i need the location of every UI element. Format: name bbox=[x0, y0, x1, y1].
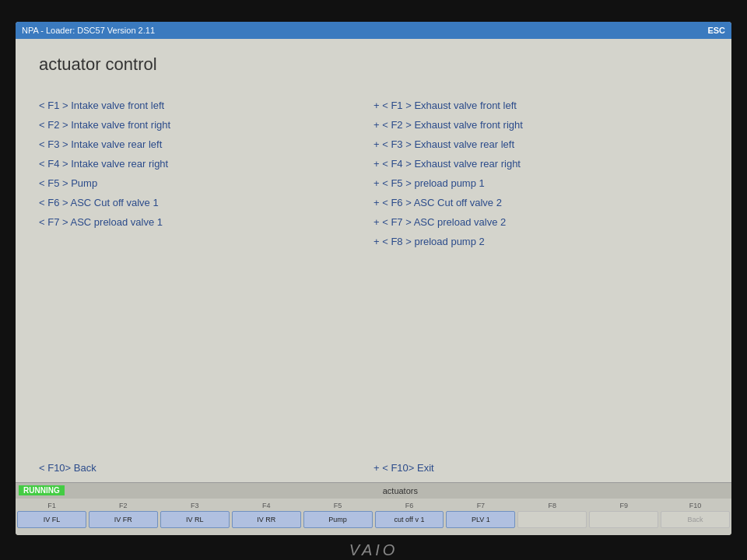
fkey-btn-f4[interactable]: IV RR bbox=[232, 511, 301, 528]
command-key: < F6 > bbox=[39, 197, 68, 208]
left-command-item: < F7 > ASC preload valve 1 bbox=[39, 215, 374, 229]
command-desc: Intake valve rear right bbox=[71, 158, 168, 170]
right-command-item: + < F6 > ASC Cut off valve 2 bbox=[374, 195, 708, 210]
fkey-num: F7 bbox=[477, 502, 486, 509]
back-right: + < F10> Exit bbox=[374, 460, 708, 474]
fkey-num: F10 bbox=[689, 502, 702, 509]
fkey-slot-f8: F8 bbox=[517, 502, 587, 532]
fkey-btn-f8[interactable] bbox=[517, 511, 587, 528]
fkey-num: F1 bbox=[47, 502, 56, 509]
command-desc: ASC Cut off valve 2 bbox=[414, 197, 502, 208]
command-key: < F4 > bbox=[39, 158, 68, 170]
fkey-num: F3 bbox=[191, 502, 199, 509]
fkey-buttons: F1IV FLF2IV FRF3IV RLF4IV RRF5PumpF6cut … bbox=[16, 499, 731, 535]
command-key: + < F3 > bbox=[374, 138, 412, 150]
command-key: < F3 > bbox=[39, 138, 68, 150]
right-command-item: + < F8 > preload pump 2 bbox=[374, 234, 708, 249]
left-commands: < F1 > Intake valve front left< F2 > Int… bbox=[39, 98, 374, 445]
right-command-item: + < F7 > ASC preload valve 2 bbox=[374, 215, 708, 229]
command-key: + < F4 > bbox=[374, 158, 412, 170]
title-bar: NPA - Loader: DSC57 Version 2.11 ESC bbox=[16, 22, 731, 39]
command-key: + < F7 > bbox=[374, 216, 412, 228]
command-desc: ASC preload valve 1 bbox=[70, 216, 163, 228]
right-commands: + < F1 > Exhaust valve front left + < F2… bbox=[374, 98, 708, 445]
command-key: < F7 > bbox=[39, 216, 68, 228]
command-key: + < F8 > bbox=[374, 236, 412, 247]
command-desc: ASC preload valve 2 bbox=[414, 216, 507, 228]
fkey-btn-f2[interactable]: IV FR bbox=[89, 511, 158, 528]
main-content: actuator control < F1 > Intake valve fro… bbox=[16, 39, 731, 482]
fkey-btn-f1[interactable]: IV FL bbox=[17, 511, 86, 528]
back-key-left: < F10> Back bbox=[39, 460, 96, 475]
fkey-num: F6 bbox=[405, 502, 414, 509]
command-desc: Intake valve front left bbox=[71, 100, 164, 111]
fkey-label-row: RUNNING actuators bbox=[16, 483, 731, 499]
command-desc: ASC Cut off valve 1 bbox=[70, 197, 158, 208]
left-command-item: < F1 > Intake valve front left bbox=[39, 98, 374, 113]
command-key: + < F5 > bbox=[374, 177, 412, 189]
command-key: < F1 > bbox=[39, 100, 68, 111]
fkey-slot-f3: F3IV RL bbox=[160, 502, 230, 532]
fkey-num: F4 bbox=[262, 502, 271, 509]
fkey-btn-f6[interactable]: cut off v 1 bbox=[375, 511, 444, 528]
command-desc: Exhaust valve front right bbox=[414, 119, 522, 131]
command-key: + < F6 > bbox=[374, 197, 412, 208]
commands-area: < F1 > Intake valve front left< F2 > Int… bbox=[39, 98, 708, 445]
command-desc: Intake valve rear left bbox=[71, 138, 162, 150]
page-title: actuator control bbox=[39, 54, 708, 75]
command-desc: preload pump 1 bbox=[414, 177, 484, 189]
fkey-slot-f4: F4IV RR bbox=[232, 502, 301, 532]
command-desc: Exhaust valve rear right bbox=[414, 158, 521, 170]
right-command-item: + < F1 > Exhaust valve front left bbox=[374, 98, 708, 113]
title-bar-close[interactable]: ESC bbox=[707, 26, 725, 35]
fkey-slot-f6: F6cut off v 1 bbox=[375, 502, 444, 532]
fkey-bar: RUNNING actuators F1IV FLF2IV FRF3IV RLF… bbox=[16, 482, 731, 535]
command-desc: Intake valve front right bbox=[71, 119, 170, 131]
fkey-slot-f10: F10Back bbox=[661, 502, 730, 532]
fkey-slot-f7: F7PLV 1 bbox=[446, 502, 515, 532]
command-desc: Exhaust valve front left bbox=[414, 100, 517, 111]
command-key: + < F1 > bbox=[374, 100, 412, 111]
command-desc: preload pump 2 bbox=[414, 236, 484, 247]
running-badge: RUNNING bbox=[19, 485, 65, 495]
fkey-btn-f5[interactable]: Pump bbox=[303, 511, 373, 528]
vaio-logo: VAIO bbox=[349, 541, 398, 559]
fkey-slot-f2: F2IV FR bbox=[89, 502, 158, 532]
right-command-item: + < F4 > Exhaust valve rear right bbox=[374, 156, 708, 171]
command-desc: Pump bbox=[71, 177, 97, 189]
left-command-item: < F6 > ASC Cut off valve 1 bbox=[39, 195, 374, 210]
command-key: < F2 > bbox=[39, 119, 68, 131]
fkey-btn-f3[interactable]: IV RL bbox=[160, 511, 230, 528]
left-command-item: < F2 > Intake valve front right bbox=[39, 117, 374, 132]
command-key: + < F2 > bbox=[374, 119, 412, 131]
fkey-num: F9 bbox=[619, 502, 628, 509]
fkey-num: F8 bbox=[549, 502, 557, 509]
actuators-label: actuators bbox=[383, 486, 418, 495]
title-bar-text: NPA - Loader: DSC57 Version 2.11 bbox=[22, 26, 155, 35]
fkey-btn-f7[interactable]: PLV 1 bbox=[446, 511, 515, 528]
command-desc: Exhaust valve rear left bbox=[414, 138, 514, 150]
back-left: < F10> Back bbox=[39, 460, 374, 474]
back-key-right: + < F10> Exit bbox=[374, 460, 434, 475]
left-command-item: < F4 > Intake valve rear right bbox=[39, 156, 374, 171]
left-command-item: < F3 > Intake valve rear left bbox=[39, 137, 374, 152]
right-command-item: + < F5 > preload pump 1 bbox=[374, 176, 708, 191]
left-command-item: < F5 > Pump bbox=[39, 176, 374, 191]
fkey-slot-f9: F9 bbox=[589, 502, 658, 532]
right-command-item: + < F3 > Exhaust valve rear left bbox=[374, 137, 708, 152]
back-row: < F10> Back + < F10> Exit bbox=[39, 460, 708, 474]
fkey-num: F2 bbox=[119, 502, 128, 509]
fkey-slot-f5: F5Pump bbox=[303, 502, 373, 532]
fkey-btn-f10[interactable]: Back bbox=[661, 511, 730, 528]
fkey-btn-f9[interactable] bbox=[589, 511, 658, 528]
command-key: < F5 > bbox=[39, 177, 68, 189]
fkey-num: F5 bbox=[334, 502, 342, 509]
fkey-slot-f1: F1IV FL bbox=[17, 502, 86, 532]
right-command-item: + < F2 > Exhaust valve front right bbox=[374, 117, 708, 132]
